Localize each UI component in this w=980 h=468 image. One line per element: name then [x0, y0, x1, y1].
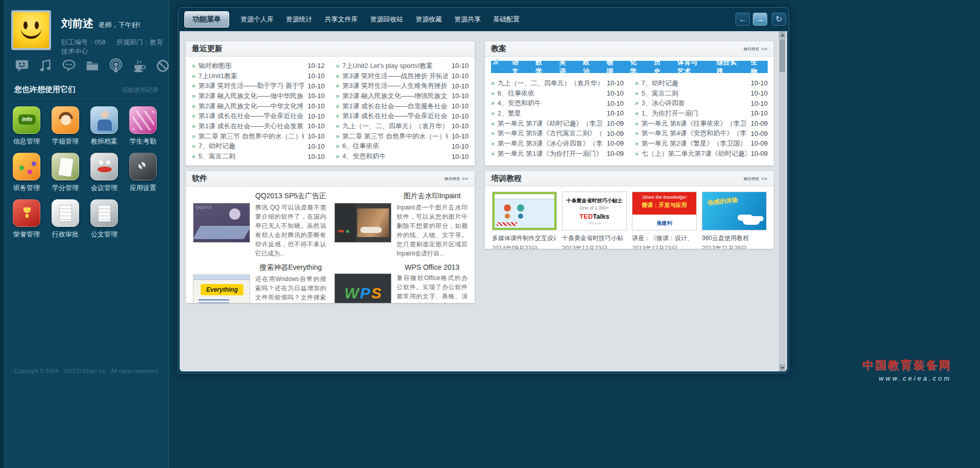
clear-history-link[interactable]: 清除使用记录	[121, 86, 158, 95]
coffee-icon[interactable]	[131, 57, 148, 75]
software-thumbnail[interactable]: W P S	[334, 273, 391, 303]
app-document-management[interactable]: 公文管理	[85, 199, 124, 239]
subject-tab[interactable]: 综合实践	[710, 58, 744, 76]
training-thumbnail[interactable]: Share the knowledge! 微课：开发与应用 焦建利	[632, 192, 697, 230]
app-teacher-files[interactable]: 教师档案	[85, 106, 124, 146]
subject-tab[interactable]: 体育与艺术	[671, 58, 710, 76]
item-link[interactable]: 第3课 笑对生活——勤于学习 善于学习	[199, 81, 304, 90]
item-link[interactable]: 第一单元 第3课《冰心诗四首》（李卫国）	[498, 139, 603, 148]
item-link[interactable]: 7上Unit2 Let's play sports!教案	[342, 61, 448, 71]
item-link[interactable]: 6、往事依依	[498, 89, 603, 98]
subject-tab[interactable]: 生物	[744, 58, 768, 76]
app-student-records[interactable]: 学籍管理	[46, 106, 85, 146]
subject-tab[interactable]: 历史	[647, 58, 671, 76]
back-arrow-button[interactable]: ←	[736, 13, 750, 26]
software-title[interactable]: QQ2013 SP5去广告正式版	[255, 192, 326, 201]
item-link[interactable]: 第2课 融入民族文化——中华文化博大精深	[199, 102, 304, 111]
subject-tab[interactable]: 化学	[624, 58, 647, 76]
item-link[interactable]: 第一单元 第7课《幼时记趣》（李卫国）	[498, 119, 603, 128]
item-link[interactable]: 1、为你打开一扇门	[642, 109, 747, 118]
item-link[interactable]: 轴对称图形	[199, 61, 304, 71]
more-link[interactable]: MORE >>	[744, 46, 768, 52]
item-link[interactable]: 4、安恩和奶牛	[498, 99, 603, 108]
training-thumbnail[interactable]: 动感的体验	[702, 192, 767, 230]
software-thumbnail[interactable]: QQ2013	[193, 203, 250, 243]
nav-link[interactable]: 资源个人库	[240, 15, 274, 24]
app-info-management[interactable]: info 信息管理	[7, 106, 46, 146]
training-title[interactable]: 多媒体课件制作交互设计	[492, 234, 557, 243]
app-credit-management[interactable]: 学分管理	[46, 153, 85, 193]
item-link[interactable]: 2、繁星	[498, 109, 603, 118]
item-link[interactable]: 第一单元 第2课《繁星》（李卫国）	[642, 139, 747, 148]
chat-comments-icon[interactable]	[60, 57, 78, 75]
more-link[interactable]: MORE >>	[445, 176, 469, 181]
training-thumbnail[interactable]	[492, 192, 557, 230]
item-link[interactable]: 6、往事依依	[342, 142, 448, 151]
bullet-arrow-icon	[192, 123, 195, 130]
item-link[interactable]: 第1课 成长在社会——关心社会发展	[199, 122, 304, 131]
sms-message-icon[interactable]	[13, 57, 31, 75]
item-link[interactable]: 第一单元 第1课《为你打开一扇门》（李卫...	[498, 149, 603, 158]
item-link[interactable]: 7、幼时记趣	[642, 79, 747, 88]
software-title[interactable]: WPS Office 2013	[397, 263, 468, 271]
software-title[interactable]: 图片去水印Inpaint	[397, 192, 468, 201]
app-settings[interactable]: 应用设置	[124, 153, 162, 193]
item-link[interactable]: 第2课 融入民族文化——做中华民族精神的...	[199, 91, 304, 101]
item-link[interactable]: 七（上）第二单元第7课《幼时记趣》（李...	[642, 149, 747, 158]
nav-link[interactable]: 资源回收站	[370, 15, 403, 24]
item-link[interactable]: 第1课 成长在社会——学会亲近社会	[342, 111, 448, 121]
scrollbar-thumb[interactable]	[779, 39, 785, 72]
item-link[interactable]: 第3课 笑对生活——战胜挫折 开拓进取	[342, 72, 448, 81]
item-link[interactable]: 第2课 融入民族文化——增强民族文化认同感	[342, 91, 448, 101]
training-title[interactable]: 讲座：《微课：设计、	[632, 234, 697, 243]
forward-arrow-button[interactable]: →	[753, 13, 767, 26]
item-link[interactable]: 第一单元 第5课《古代寓言二则》（李卫国）	[498, 129, 603, 138]
item-link[interactable]: 第二章 第三节 自然界中的水（二）钱万峰	[199, 132, 304, 141]
app-administrative-approval[interactable]: 行政审批	[46, 199, 85, 239]
training-title[interactable]: 十条黄金省时技巧小贴	[562, 234, 627, 243]
software-thumbnail[interactable]: Everything	[193, 274, 250, 303]
nav-link[interactable]: 资源共享	[454, 15, 481, 24]
item-link[interactable]: 5、寓言二则	[642, 89, 747, 98]
music-icon[interactable]	[37, 57, 54, 75]
item-link[interactable]: 第1课 成长在社会——自觉服务社会	[342, 102, 448, 111]
nav-link[interactable]: 基础配置	[493, 15, 520, 24]
item-link[interactable]: 九上（一、二、四单元）（袁月华）	[342, 122, 448, 131]
nav-link[interactable]: 资源统计	[286, 15, 312, 24]
item-link[interactable]: 5、寓言二则	[199, 152, 304, 161]
refresh-button[interactable]: ↻	[772, 13, 786, 26]
subject-tab[interactable]: 政治	[576, 58, 600, 76]
app-class-affairs[interactable]: 班务管理	[7, 153, 46, 193]
item-link[interactable]: 7上Unit1教案	[199, 72, 304, 81]
training-title[interactable]: 360云盘使用教程	[702, 234, 767, 243]
software-title[interactable]: 搜索神器Everything	[255, 263, 326, 272]
item-link[interactable]: 第一单元 第6课《往事依依》（李卫国）	[642, 119, 747, 128]
broadcast-icon[interactable]	[107, 57, 125, 75]
training-thumbnail[interactable]: 十条黄金省时技巧小贴士 One of 1,000+ TEDTalks TED.c…	[562, 192, 627, 230]
subject-tab[interactable]: 英语	[553, 58, 576, 76]
app-student-attendance[interactable]: 学生考勤	[124, 106, 162, 146]
item-link[interactable]: 7、幼时记趣	[199, 142, 304, 151]
item-link[interactable]: 4、安恩和奶牛	[342, 152, 448, 161]
app-meeting-management[interactable]: 会议管理	[85, 153, 124, 193]
subject-tab[interactable]: 语文	[505, 58, 529, 76]
scrollbar-down-arrow[interactable]	[779, 364, 786, 371]
software-thumbnail[interactable]	[334, 203, 391, 243]
nav-link[interactable]: 资源收藏	[415, 15, 442, 24]
item-link[interactable]: 3、冰心诗四首	[642, 99, 747, 108]
item-link[interactable]: 九上（一、二、四单元）（袁月华）	[498, 79, 603, 88]
item-link[interactable]: 第1课 成长在社会——学会亲近社会	[199, 111, 304, 121]
subject-tab[interactable]: 数学	[529, 58, 552, 76]
app-honor-management[interactable]: 荣誉管理	[7, 199, 46, 239]
list-item: 第2课 融入民族文化——做中华民族精神的... 10-10	[192, 91, 325, 101]
subject-tab[interactable]: 物理	[600, 58, 623, 76]
block-icon[interactable]	[154, 57, 172, 75]
nav-link[interactable]: 共享文件库	[325, 15, 358, 24]
scrollbar-up-arrow[interactable]	[779, 31, 786, 38]
more-link[interactable]: MORE >>	[744, 176, 768, 181]
folder-icon[interactable]	[84, 57, 101, 75]
item-link[interactable]: 第3课 笑对生活——人生难免有挫折	[342, 81, 448, 90]
item-link[interactable]: 第二章 第三节 自然界中的水（一）钱万峰	[342, 132, 448, 141]
item-link[interactable]: 第一单元 第4课《安恩和奶牛》（李卫国）	[642, 129, 747, 138]
function-menu-button[interactable]: 功能菜单	[184, 11, 229, 28]
